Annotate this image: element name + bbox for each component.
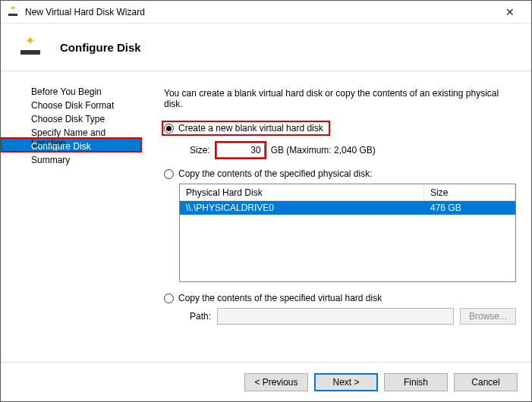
col-name[interactable]: Physical Hard Disk — [180, 184, 424, 200]
browse-button: Browse... — [460, 308, 516, 325]
radio-virtual[interactable] — [164, 294, 174, 303]
wizard-footer: < Previous Next > Finish Cancel — [1, 362, 531, 401]
cell-name: \\.\PHYSICALDRIVE0 — [180, 203, 424, 213]
table-row[interactable]: \\.\PHYSICALDRIVE0 476 GB — [180, 201, 515, 215]
option-virtual-group: Copy the contents of the specified virtu… — [164, 293, 516, 325]
wizard-icon — [7, 6, 19, 18]
page-header: Configure Disk — [1, 24, 531, 71]
wizard-nav: Before You Begin Choose Disk Format Choo… — [1, 77, 141, 358]
option-blank-row[interactable]: Create a new blank virtual hard disk — [164, 123, 328, 133]
option-virtual-row[interactable]: Copy the contents of the specified virtu… — [164, 293, 516, 303]
option-physical-label: Copy the contents of the specified physi… — [178, 168, 372, 179]
titlebar: New Virtual Hard Disk Wizard ✕ — [1, 1, 531, 24]
close-button[interactable]: ✕ — [495, 2, 525, 23]
size-row: Size: GB (Maximum: 2,040 GB) — [190, 143, 516, 158]
physical-disk-table[interactable]: Physical Hard Disk Size \\.\PHYSICALDRIV… — [179, 184, 516, 282]
table-header: Physical Hard Disk Size — [180, 184, 515, 201]
nav-summary[interactable]: Summary — [1, 152, 141, 165]
radio-blank[interactable] — [164, 124, 174, 133]
nav-choose-disk-format[interactable]: Choose Disk Format — [1, 97, 141, 111]
nav-configure-disk[interactable]: Configure Disk — [1, 138, 141, 152]
path-row: Path: Browse... — [190, 308, 516, 325]
path-input — [217, 308, 454, 325]
previous-button[interactable]: < Previous — [244, 373, 308, 391]
option-physical-group: Copy the contents of the specified physi… — [164, 168, 516, 282]
size-suffix: GB (Maximum: 2,040 GB) — [271, 145, 376, 155]
window-title: New Virtual Hard Disk Wizard — [25, 7, 495, 17]
cancel-button[interactable]: Cancel — [454, 373, 518, 391]
finish-button[interactable]: Finish — [384, 373, 448, 391]
wizard-content: You can create a blank virtual hard disk… — [141, 77, 531, 358]
option-blank-group: Create a new blank virtual hard disk Siz… — [164, 120, 516, 158]
radio-physical[interactable] — [164, 169, 174, 179]
next-button[interactable]: Next > — [314, 373, 378, 391]
size-label: Size: — [190, 145, 210, 155]
option-physical-row[interactable]: Copy the contents of the specified physi… — [164, 168, 516, 179]
divider — [1, 71, 531, 71]
physical-disk-table-wrap: Physical Hard Disk Size \\.\PHYSICALDRIV… — [179, 184, 516, 282]
col-size[interactable]: Size — [424, 184, 515, 200]
option-blank-label: Create a new blank virtual hard disk — [178, 123, 323, 133]
wizard-icon-large — [19, 35, 43, 59]
option-virtual-label: Copy the contents of the specified virtu… — [178, 293, 382, 303]
nav-choose-disk-type[interactable]: Choose Disk Type — [1, 111, 141, 124]
intro-text: You can create a blank virtual hard disk… — [164, 88, 516, 109]
wizard-body: Before You Begin Choose Disk Format Choo… — [1, 77, 531, 358]
size-input[interactable] — [216, 143, 265, 158]
cell-size: 476 GB — [424, 203, 515, 213]
nav-before-you-begin[interactable]: Before You Begin — [1, 83, 141, 97]
path-label: Path: — [190, 311, 211, 322]
nav-specify-name-location[interactable]: Specify Name and Location — [1, 124, 141, 138]
page-title: Configure Disk — [60, 41, 141, 54]
